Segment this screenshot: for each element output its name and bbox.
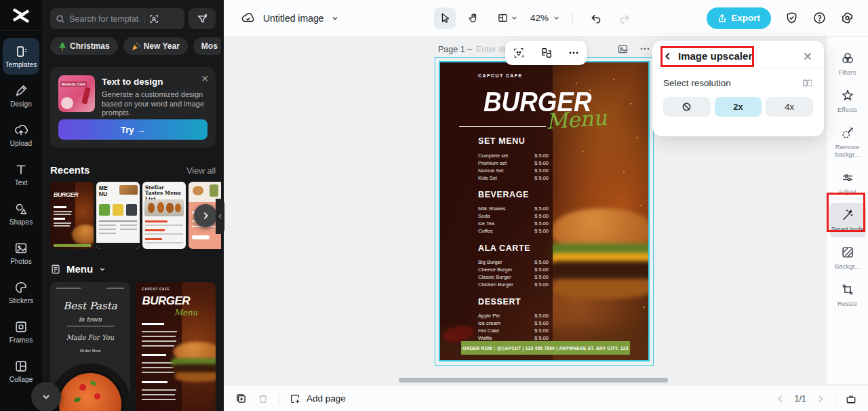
decor [54, 244, 91, 247]
toolbar-divider [572, 12, 573, 24]
chip-new-year[interactable]: New Year [123, 37, 188, 55]
upscale-none-button[interactable] [663, 97, 711, 117]
recent-thumb-white-menu[interactable]: ME NU [96, 182, 140, 249]
tool-adjust[interactable]: Adjust [829, 165, 866, 200]
image-upscaler-panel: Image upscaler Select resolution 2x 4x [652, 41, 824, 136]
expand-pages-button[interactable] [845, 393, 857, 405]
decor [142, 345, 174, 347]
sidebar-item-upload[interactable]: Upload [3, 117, 39, 153]
view-all-link[interactable]: View all [186, 166, 216, 176]
tool-label: Adjust [830, 188, 865, 195]
privacy-shield-icon[interactable] [785, 11, 799, 25]
christmas-tree-icon [58, 42, 66, 51]
page-more-icon[interactable] [639, 43, 650, 54]
undo-button[interactable] [585, 7, 607, 29]
layout-tool-button[interactable] [491, 7, 524, 29]
chip-christmas[interactable]: Christmas [50, 37, 118, 55]
poster-canvas[interactable]: CAPCUT CAFE BURGER Menu SET MENU Complet… [439, 61, 650, 361]
upscale-2x-button[interactable]: 2x [715, 97, 762, 117]
menu-templates-row: Best Pasta in town Made For You Order No… [50, 282, 216, 411]
chevron-left-icon [217, 213, 224, 220]
decor [54, 206, 66, 208]
decor [142, 394, 174, 395]
sidebar-item-shapes[interactable]: Shapes [3, 195, 39, 232]
chip-most[interactable]: Mos [193, 37, 221, 55]
settings-gear-icon[interactable] [840, 11, 854, 25]
menu-item-price: $ 5.00 [534, 313, 549, 319]
prev-page-button[interactable] [776, 394, 785, 404]
hand-tool-button[interactable] [462, 7, 484, 29]
recents-next-button[interactable] [194, 204, 217, 227]
filter-button[interactable] [189, 8, 216, 29]
redo-button[interactable] [614, 7, 635, 29]
menu-item-name: Classic Burger [478, 275, 511, 281]
tool-smart-tools[interactable]: Smart tools [829, 203, 866, 237]
tool-background[interactable]: Backgr... [829, 240, 866, 275]
try-button[interactable]: Try → [58, 119, 208, 140]
decor [145, 220, 167, 222]
capcut-logo[interactable] [0, 0, 42, 31]
thumb-photo [193, 186, 203, 195]
chevron-down-icon[interactable] [331, 14, 339, 22]
search-input[interactable] [69, 14, 140, 24]
chevron-right-icon [816, 394, 825, 404]
export-button[interactable]: Export [707, 7, 771, 29]
rail-scroll-down-button[interactable] [31, 382, 61, 411]
close-icon[interactable]: ✕ [201, 74, 209, 83]
export-icon [717, 14, 727, 23]
upscaler-title: Image upscaler [678, 50, 752, 62]
horizontal-scrollbar[interactable] [399, 378, 668, 383]
document-title[interactable]: Untitled image [263, 13, 324, 24]
select-tool-button[interactable] [434, 7, 456, 29]
poster-section-items: Big Burger$ 5.00 Cheese Burger$ 5.00 Cla… [478, 260, 549, 288]
next-page-button[interactable] [816, 394, 825, 404]
decor [99, 224, 117, 226]
duplicate-page-button[interactable] [235, 392, 248, 405]
decor [54, 222, 71, 224]
cloud-save-icon [240, 11, 256, 26]
page-indicator: 1/1 [795, 394, 806, 404]
menu-category-header[interactable]: Menu [50, 263, 106, 275]
menu-item-name: Complete set [478, 153, 508, 159]
panel-collapse-handle[interactable] [216, 199, 224, 234]
tool-resize[interactable]: Resize [829, 277, 866, 312]
menu-item-price: $ 5.00 [534, 229, 549, 235]
sidebar-item-frames[interactable]: Frames [3, 313, 39, 350]
zoom-control[interactable]: 42% [530, 13, 560, 23]
sidebar-item-templates[interactable]: Templates [3, 38, 39, 75]
decor [145, 233, 183, 235]
compare-icon[interactable] [802, 77, 813, 89]
back-icon[interactable] [663, 52, 673, 61]
menu-item-name: Ice cream [478, 321, 500, 327]
sidebar-item-collage[interactable]: Collage [3, 353, 39, 389]
search-bar[interactable] [50, 8, 184, 29]
tool-remove-background[interactable]: Remove backgr... [829, 121, 866, 163]
template-thumb-best-pasta[interactable]: Best Pasta in town Made For You Order No… [50, 282, 130, 411]
remove-background-icon [840, 125, 855, 140]
sidebar-item-stickers[interactable]: Stickers [3, 274, 39, 311]
add-page-button[interactable]: Add page [289, 393, 346, 405]
recent-thumb-stellar-tastes[interactable]: Stellar Tastes Menu List [142, 182, 186, 249]
close-icon[interactable] [802, 51, 813, 62]
templates-panel: Christmas New Year Mos Beauty Care Text … [42, 0, 224, 411]
page-preview-icon[interactable] [617, 43, 629, 55]
thumb-title: BURGER [142, 294, 190, 308]
detect-region-button[interactable] [513, 47, 525, 59]
bottom-divider [835, 393, 835, 404]
more-options-button[interactable] [568, 47, 579, 58]
help-icon[interactable] [812, 11, 827, 25]
sidebar-item-photos[interactable]: Photos [3, 235, 39, 271]
decor [142, 331, 177, 332]
image-search-icon[interactable] [149, 14, 159, 24]
swap-icon [540, 47, 553, 59]
tool-effects[interactable]: Effects [829, 83, 866, 118]
tool-filters[interactable]: Filters [829, 46, 866, 81]
sidebar-item-text[interactable]: Text [3, 156, 39, 193]
delete-page-button[interactable] [257, 393, 269, 405]
replace-button[interactable] [540, 47, 553, 59]
tool-label: Remove backgr... [830, 143, 865, 158]
recent-thumb-burger-menu[interactable]: BURGER [50, 182, 94, 249]
sidebar-item-design[interactable]: Design [3, 77, 39, 114]
template-thumb-burger-menu[interactable]: CAPCUT CAFE BURGER Menu [136, 282, 216, 411]
upscale-4x-button[interactable]: 4x [766, 97, 813, 117]
